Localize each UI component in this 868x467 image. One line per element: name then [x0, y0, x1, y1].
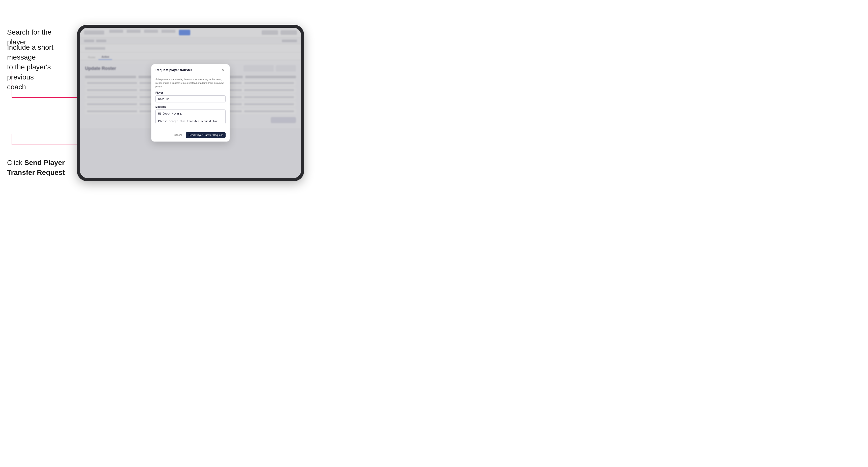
message-textarea[interactable]: Hi Coach McHarg, Please accept this tran…: [155, 110, 225, 124]
request-transfer-modal: Request player transfer ✕ If the player …: [151, 64, 229, 142]
modal-description: If the player is transferring from anoth…: [155, 78, 225, 89]
close-icon[interactable]: ✕: [221, 68, 225, 72]
cancel-button[interactable]: Cancel: [172, 133, 184, 137]
arrow-line-vertical-2-start: [11, 134, 12, 145]
player-field-label: Player: [155, 91, 225, 94]
modal-title: Request player transfer: [155, 68, 192, 72]
tablet-device: Roster Active Update Roster: [77, 25, 304, 181]
modal-footer: Cancel Send Player Transfer Request: [151, 132, 229, 142]
player-input[interactable]: [155, 95, 225, 102]
modal-body: If the player is transferring from anoth…: [151, 75, 229, 132]
modal-header: Request player transfer ✕: [151, 64, 229, 75]
annotation-click: Click Send Player Transfer Request: [7, 158, 73, 177]
message-field-label: Message: [155, 105, 225, 108]
send-transfer-request-button[interactable]: Send Player Transfer Request: [186, 132, 225, 138]
annotation-message: Include a short messageto the player's p…: [7, 42, 73, 92]
modal-overlay: Request player transfer ✕ If the player …: [80, 28, 301, 178]
arrow-line-vertical-1: [11, 71, 12, 98]
